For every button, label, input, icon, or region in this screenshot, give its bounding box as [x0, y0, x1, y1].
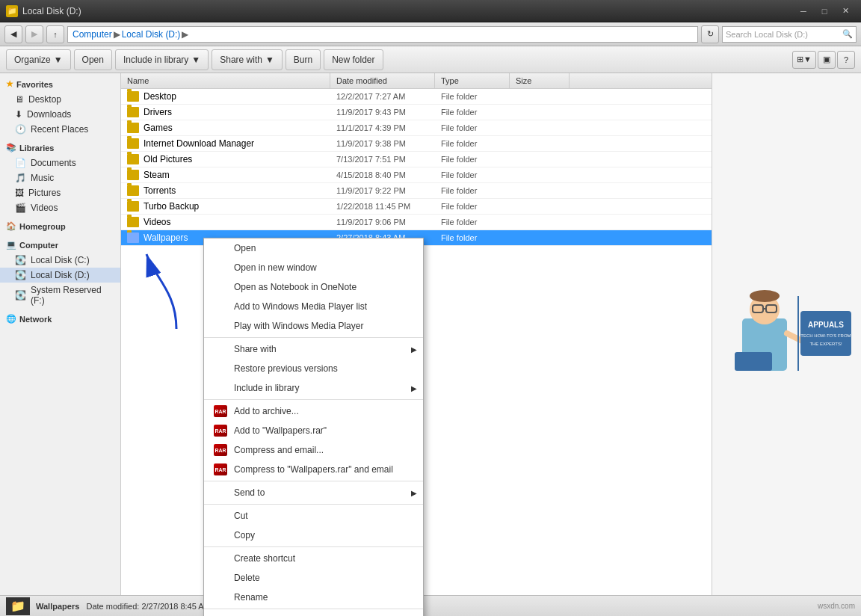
rename-icon — [213, 591, 228, 603]
burn-label: Burn — [294, 55, 312, 65]
organize-button[interactable]: Organize ▼ — [6, 49, 71, 70]
libraries-label: Libraries — [19, 144, 54, 153]
sidebar-item-local-disk-d[interactable]: 💽 Local Disk (D:) — [0, 268, 120, 283]
sidebar-item-music[interactable]: 🎵 Music — [0, 170, 120, 185]
view-change-button[interactable]: ⊞▼ — [792, 51, 816, 69]
ctx-delete[interactable]: Delete — [204, 568, 423, 588]
file-row-torrents[interactable]: Torrents 11/9/2017 9:22 PM File folder — [121, 183, 712, 199]
network-header[interactable]: 🌐 Network — [0, 311, 120, 327]
disk-d-icon: 💽 — [15, 270, 26, 280]
ctx-open[interactable]: Open — [204, 238, 423, 258]
file-row-games[interactable]: Games 11/1/2017 4:39 PM File folder — [121, 120, 712, 136]
file-name-drivers: Drivers — [121, 105, 330, 119]
ctx-open-onenote[interactable]: Open as Notebook in OneNote — [204, 277, 423, 297]
ctx-copy[interactable]: Copy — [204, 526, 423, 545]
ctx-properties[interactable]: Properties — [204, 611, 423, 616]
burn-button[interactable]: Burn — [286, 49, 321, 70]
sidebar-item-videos[interactable]: 🎬 Videos — [0, 200, 120, 215]
ctx-open-onenote-label: Open as Notebook in OneNote — [234, 282, 357, 292]
compress-email-icon: RAR — [213, 444, 228, 456]
favorites-header[interactable]: ★ Favorites — [0, 76, 120, 92]
ctx-share-with[interactable]: Share with — [204, 339, 423, 359]
sidebar-item-desktop[interactable]: 🖥 Desktop — [0, 92, 120, 107]
ctx-cut[interactable]: Cut — [204, 506, 423, 526]
new-folder-button[interactable]: New folder — [324, 49, 383, 70]
ctx-restore-versions[interactable]: Restore previous versions — [204, 359, 423, 378]
col-header-date[interactable]: Date modified — [330, 73, 435, 88]
sidebar-item-downloads[interactable]: ⬇ Downloads — [0, 107, 120, 122]
include-library-button[interactable]: Include in library ▼ — [115, 49, 209, 70]
svg-rect-8 — [735, 352, 772, 371]
sidebar-item-system-reserved[interactable]: 💽 System Reserved (F:) — [0, 283, 120, 308]
sidebar-item-documents[interactable]: 📄 Documents — [0, 155, 120, 170]
search-box[interactable]: Search Local Disk (D:) 🔍 — [722, 26, 857, 43]
folder-icon — [127, 201, 139, 212]
back-button[interactable]: ◀ — [4, 25, 22, 43]
ctx-compress-wallpapers-email[interactable]: RAR Compress to "Wallpapers.rar" and ema… — [204, 460, 423, 479]
file-name-idm: Internet Download Manager — [121, 137, 330, 150]
file-row-idm[interactable]: Internet Download Manager 11/9/2017 9:38… — [121, 136, 712, 152]
file-size-games — [510, 126, 570, 129]
ctx-open-new-window-label: Open in new window — [234, 262, 317, 273]
ctx-open-new-window[interactable]: Open in new window — [204, 258, 423, 277]
libraries-header[interactable]: 📚 Libraries — [0, 140, 120, 155]
folder-icon — [127, 217, 139, 227]
file-date-idm: 11/9/2017 9:38 PM — [330, 138, 435, 150]
ctx-copy-label: Copy — [234, 530, 255, 540]
homegroup-header[interactable]: 🏠 Homegroup — [0, 218, 120, 234]
file-row-steam[interactable]: Steam 4/15/2018 8:40 PM File folder — [121, 167, 712, 183]
forward-button[interactable]: ▶ — [25, 25, 43, 43]
ctx-compress-email[interactable]: RAR Compress and email... — [204, 440, 423, 460]
rar-archive-icon: RAR — [213, 405, 228, 417]
ctx-add-wallpapers-rar[interactable]: RAR Add to "Wallpapers.rar" — [204, 421, 423, 440]
ctx-include-library-label: Include in library — [234, 383, 299, 393]
ctx-sep-5 — [204, 546, 423, 547]
ctx-add-archive[interactable]: RAR Add to archive... — [204, 401, 423, 421]
documents-label: Documents — [31, 158, 76, 168]
view-controls[interactable]: ⊞▼ ▣ ? — [792, 51, 855, 69]
address-path[interactable]: Computer ▶ Local Disk (D:) ▶ — [67, 26, 698, 43]
up-button[interactable]: ↑ — [46, 25, 64, 43]
sidebar-item-pictures[interactable]: 🖼 Pictures — [0, 185, 120, 200]
path-computer[interactable]: Computer — [72, 29, 112, 40]
sidebar-item-recent-places[interactable]: 🕐 Recent Places — [0, 122, 120, 137]
share-with-button[interactable]: Share with ▼ — [212, 49, 283, 70]
file-type-games: File folder — [435, 122, 510, 134]
file-size-wallpapers — [510, 236, 570, 239]
file-row-turbo-backup[interactable]: Turbo Backup 1/22/2018 11:45 PM File fol… — [121, 199, 712, 215]
open-button[interactable]: Open — [74, 49, 112, 70]
path-localdisk[interactable]: Local Disk (D:) — [122, 29, 181, 40]
help-button[interactable]: ? — [837, 51, 855, 69]
libraries-icon: 📚 — [6, 143, 16, 153]
copy-icon — [213, 529, 228, 541]
ctx-include-library[interactable]: Include in library — [204, 378, 423, 398]
file-row-drivers[interactable]: Drivers 11/9/2017 9:43 PM File folder — [121, 105, 712, 120]
close-button[interactable]: ✕ — [836, 4, 855, 19]
col-header-size[interactable]: Size — [510, 73, 570, 88]
col-header-name[interactable]: Name — [121, 73, 330, 88]
restore-icon — [213, 363, 228, 375]
computer-header[interactable]: 💻 Computer — [0, 237, 120, 253]
minimize-button[interactable]: ─ — [794, 4, 813, 19]
maximize-button[interactable]: □ — [815, 4, 834, 19]
search-icon[interactable]: 🔍 — [842, 29, 853, 39]
refresh-button[interactable]: ↻ — [701, 25, 719, 43]
videos-label: Videos — [31, 203, 58, 213]
ctx-rename[interactable]: Rename — [204, 588, 423, 607]
col-header-type[interactable]: Type — [435, 73, 510, 88]
window-controls[interactable]: ─ □ ✕ — [794, 4, 855, 19]
ctx-restore-versions-label: Restore previous versions — [234, 363, 338, 374]
ctx-add-wmp-list[interactable]: Add to Windows Media Player list — [204, 297, 423, 316]
ctx-create-shortcut[interactable]: Create shortcut — [204, 549, 423, 568]
file-row-desktop[interactable]: Desktop 12/2/2017 7:27 AM File folder — [121, 89, 712, 105]
preview-pane-button[interactable]: ▣ — [818, 51, 836, 69]
file-row-old-pictures[interactable]: Old Pictures 7/13/2017 7:51 PM File fold… — [121, 152, 712, 167]
favorites-label: Favorites — [16, 80, 53, 89]
file-row-videos[interactable]: Videos 11/9/2017 9:06 PM File folder — [121, 215, 712, 230]
sidebar-item-local-disk-c[interactable]: 💽 Local Disk (C:) — [0, 253, 120, 268]
recent-places-icon: 🕐 — [15, 124, 26, 135]
search-placeholder: Search Local Disk (D:) — [726, 30, 808, 39]
ctx-play-wmp[interactable]: Play with Windows Media Player — [204, 316, 423, 336]
videos-icon: 🎬 — [15, 203, 26, 213]
ctx-send-to[interactable]: Send to — [204, 483, 423, 502]
